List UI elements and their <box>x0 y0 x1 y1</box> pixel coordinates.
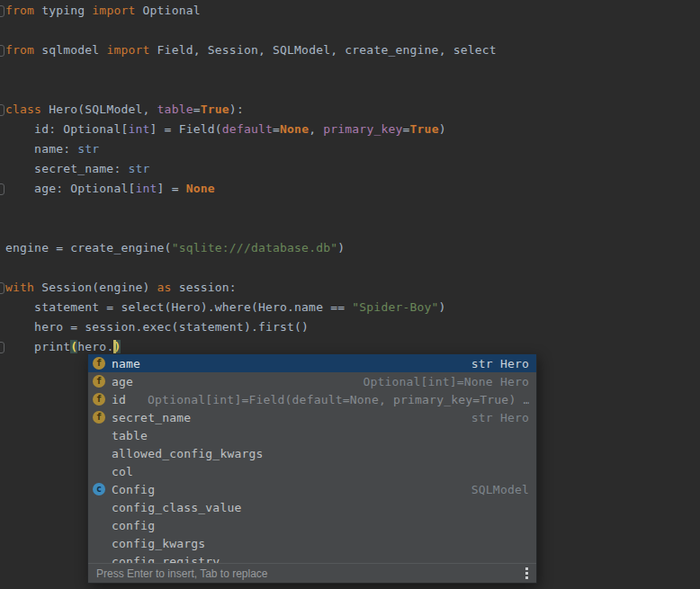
completion-label: Config <box>112 483 155 496</box>
code-line[interactable] <box>5 219 700 238</box>
completion-item[interactable]: config_registry <box>88 552 536 563</box>
completion-item[interactable]: fsecret_namestr Hero <box>88 408 536 426</box>
code-line[interactable] <box>5 199 700 219</box>
code-line[interactable]: name: str <box>5 139 700 159</box>
completion-type-hint: SQLModel <box>471 483 529 496</box>
icon-spacer <box>93 429 105 442</box>
code-line[interactable] <box>5 258 700 278</box>
icon-spacer <box>93 501 105 513</box>
completion-label: config <box>112 519 155 532</box>
completion-signature: Optional[int]=Field(default=None, primar… <box>148 393 529 406</box>
field-icon: f <box>93 357 105 370</box>
footer-hint: Press Enter to insert, Tab to replace <box>96 567 268 580</box>
icon-spacer <box>93 465 105 477</box>
code-line[interactable]: statement = select(Hero).where(Hero.name… <box>5 298 700 317</box>
completion-label: secret_name <box>112 411 191 424</box>
code-line[interactable]: engine = create_engine("sqlite:///databa… <box>5 238 700 258</box>
completion-label: allowed_config_kwargs <box>112 447 264 460</box>
code-line[interactable]: class Hero(SQLModel, table=True): <box>5 100 700 120</box>
icon-spacer <box>93 519 105 531</box>
completion-type-hint: str Hero <box>471 357 529 370</box>
completion-item[interactable]: fageOptional[int]=None Hero <box>88 372 536 390</box>
code-line[interactable] <box>5 60 700 80</box>
gutter-icon <box>0 5 4 17</box>
completion-item[interactable]: fidOptional[int]=Field(default=None, pri… <box>88 390 536 408</box>
field-icon: f <box>93 375 105 388</box>
field-icon: f <box>93 393 105 406</box>
code-line[interactable]: from sqlmodel import Field, Session, SQL… <box>5 40 700 60</box>
code-line[interactable] <box>5 21 700 40</box>
completion-item[interactable]: config_kwargs <box>88 534 536 552</box>
icon-spacer <box>93 537 105 549</box>
completion-label: config_kwargs <box>112 537 205 550</box>
completion-type-hint: str Hero <box>471 411 529 424</box>
code-line[interactable]: secret_name: str <box>5 159 700 179</box>
completion-item[interactable]: table <box>88 426 536 444</box>
class-icon: c <box>93 483 105 495</box>
code-line[interactable]: id: Optional[int] = Field(default=None, … <box>5 120 700 139</box>
autocomplete-popup: fnamestr HerofageOptional[int]=None Hero… <box>87 353 537 584</box>
code-line[interactable] <box>5 80 700 100</box>
completion-item[interactable]: config <box>88 516 536 534</box>
code-line[interactable]: hero = session.exec(statement).first() <box>5 317 700 337</box>
gutter-icon <box>0 104 4 116</box>
completion-label: name <box>112 357 140 370</box>
icon-spacer <box>93 447 105 460</box>
code-line[interactable]: age: Optional[int] = None <box>5 179 700 199</box>
icon-spacer <box>93 555 105 563</box>
completion-label: table <box>112 429 148 442</box>
code-line[interactable]: with Session(engine) as session: <box>5 278 700 298</box>
completion-label: config_registry <box>112 555 220 564</box>
completion-item[interactable]: fnamestr Hero <box>88 354 536 372</box>
completion-label: age <box>112 375 133 388</box>
field-icon: f <box>93 411 105 424</box>
completion-label: config_class_value <box>112 501 241 514</box>
completion-label: id <box>112 393 126 406</box>
more-options-icon[interactable] <box>525 567 528 579</box>
gutter-icon <box>0 183 4 195</box>
completion-label: col <box>112 465 133 478</box>
completion-item[interactable]: cConfigSQLModel <box>88 480 536 498</box>
completion-item[interactable]: config_class_value <box>88 498 536 516</box>
code-line[interactable]: from typing import Optional <box>5 1 700 21</box>
completion-list[interactable]: fnamestr HerofageOptional[int]=None Hero… <box>88 354 536 563</box>
completion-item[interactable]: allowed_config_kwargs <box>88 444 536 462</box>
gutter-icon <box>0 282 4 294</box>
completion-type-hint: Optional[int]=None Hero <box>363 375 529 388</box>
completion-footer: Press Enter to insert, Tab to replace <box>88 563 536 583</box>
completion-item[interactable]: col <box>88 462 536 480</box>
gutter-icon <box>0 45 4 57</box>
gutter-icon <box>0 342 4 353</box>
